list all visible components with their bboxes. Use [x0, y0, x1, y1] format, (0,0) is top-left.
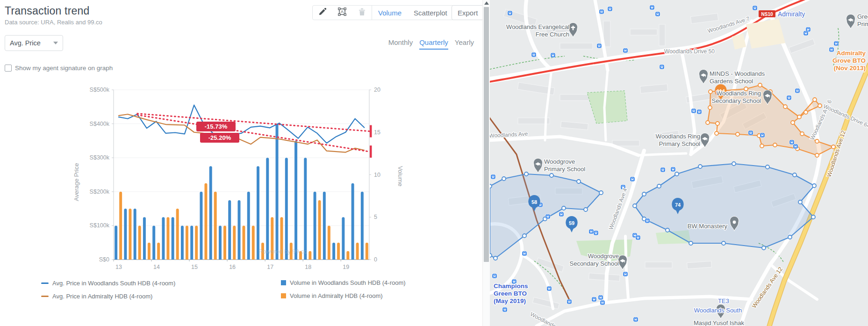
bus-stop-icon[interactable] [522, 251, 527, 256]
polygon-vertex-handle[interactable] [797, 115, 801, 119]
bus-stop-icon[interactable] [599, 9, 604, 14]
tab-yearly[interactable]: Yearly [455, 38, 474, 50]
tab-monthly[interactable]: Monthly [388, 38, 413, 50]
volume-toggle[interactable]: Volume [372, 9, 408, 17]
bus-stop-icon[interactable] [787, 95, 791, 100]
polygon-vertex-handle[interactable] [708, 106, 712, 109]
bus-stop-icon[interactable] [803, 31, 808, 36]
scrollbar-up-arrow-icon[interactable] [484, 1, 489, 5]
polygon-vertex-handle[interactable] [666, 228, 669, 232]
bus-stop-icon[interactable] [748, 130, 753, 135]
bus-stop-icon[interactable] [592, 297, 596, 302]
tab-quarterly[interactable]: Quarterly [419, 38, 448, 50]
polygon-vertex-handle[interactable] [732, 162, 736, 166]
bus-stop-icon[interactable] [660, 167, 665, 172]
school-pin[interactable] [534, 158, 543, 173]
bus-stop-icon[interactable] [691, 109, 696, 113]
bus-stop-icon[interactable] [650, 5, 654, 10]
polygon-vertex-handle[interactable] [709, 90, 712, 94]
bus-stop-icon[interactable] [551, 53, 555, 58]
trend-annotation-badge[interactable]: -15.73% [196, 122, 236, 131]
polygon-vertex-handle[interactable] [706, 121, 710, 124]
bus-stop-icon[interactable] [492, 274, 497, 278]
bus-stop-icon[interactable] [660, 65, 664, 69]
polygon-vertex-handle[interactable] [766, 165, 769, 169]
delete-annotation-button[interactable] [352, 6, 372, 20]
bus-stop-icon[interactable] [567, 299, 572, 304]
bus-stop-icon[interactable] [531, 52, 536, 57]
polygon-vertex-handle[interactable] [523, 234, 526, 238]
polygon-vertex-handle[interactable] [760, 144, 764, 148]
estate-woodlands-south-b-polygon[interactable] [633, 162, 816, 250]
polygon-vertex-handle[interactable] [657, 184, 661, 188]
bus-stop-icon[interactable] [834, 41, 839, 46]
polygon-vertex-handle[interactable] [758, 83, 762, 87]
trend-annotation-badge[interactable]: -25.20% [200, 133, 239, 143]
polygon-vertex-handle[interactable] [675, 172, 679, 176]
polygon-vertex-handle[interactable] [689, 241, 693, 245]
bus-stop-icon[interactable] [795, 88, 800, 93]
polygon-vertex-handle[interactable] [813, 98, 817, 101]
listing-cluster-marker-59[interactable]: 59 [566, 216, 578, 232]
export-button[interactable]: Export [452, 5, 484, 20]
polygon-vertex-handle[interactable] [642, 192, 646, 196]
bus-stop-icon[interactable] [547, 286, 552, 291]
bus-stop-icon[interactable] [559, 212, 564, 217]
church-pin[interactable] [569, 22, 578, 37]
polygon-vertex-handle[interactable] [490, 184, 492, 188]
bus-stop-icon[interactable] [829, 47, 834, 52]
polygon-vertex-handle[interactable] [577, 180, 581, 183]
mrt-station-admiralty[interactable]: NS10Admiralty [759, 10, 805, 18]
vertical-scrollbar[interactable] [482, 0, 490, 326]
school-pin[interactable] [699, 69, 708, 84]
bus-stop-icon[interactable] [597, 43, 602, 48]
polygon-vertex-handle[interactable] [798, 200, 802, 204]
polygon-vertex-handle[interactable] [550, 174, 553, 177]
bus-stop-icon[interactable] [608, 7, 612, 11]
bus-stop-icon[interactable] [671, 167, 675, 172]
bus-stop-icon[interactable] [600, 300, 605, 305]
polygon-vertex-handle[interactable] [812, 184, 816, 188]
polygon-vertex-handle[interactable] [818, 104, 822, 108]
draw-annotation-button[interactable] [313, 6, 332, 20]
bus-stop-icon[interactable] [545, 214, 550, 219]
polygon-vertex-handle[interactable] [804, 110, 808, 114]
bus-stop-icon[interactable] [793, 144, 798, 149]
polygon-vertex-handle[interactable] [502, 177, 506, 181]
metric-dropdown[interactable]: Avg. Price [5, 35, 63, 51]
polygon-vertex-handle[interactable] [800, 132, 804, 136]
polygon-vertex-handle[interactable] [524, 172, 528, 176]
transaction-chart[interactable]: S$0S$100kS$200kS$300kS$400kS$500k0510152… [0, 70, 482, 276]
polygon-vertex-handle[interactable] [773, 143, 777, 147]
polygon-vertex-handle[interactable] [722, 241, 725, 245]
bus-stop-icon[interactable] [760, 133, 765, 138]
scatterplot-toggle[interactable]: Scatterplot [408, 9, 453, 17]
bus-stop-icon[interactable] [623, 48, 628, 53]
bus-stop-icon[interactable] [645, 218, 650, 223]
bus-stop-icon[interactable] [508, 11, 512, 15]
bus-stop-icon[interactable] [598, 295, 603, 300]
bus-stop-icon[interactable] [594, 231, 598, 235]
bus-stop-icon[interactable] [589, 229, 594, 234]
polygon-vertex-handle[interactable] [716, 122, 719, 125]
scrollbar-thumb[interactable] [484, 7, 489, 262]
polygon-vertex-handle[interactable] [791, 121, 795, 124]
polygon-vertex-handle[interactable] [494, 256, 497, 260]
polygon-vertex-handle[interactable] [811, 215, 815, 219]
polygon-vertex-handle[interactable] [715, 131, 718, 135]
school-pin[interactable] [618, 255, 627, 270]
school-pin[interactable] [701, 133, 710, 148]
polygon-vertex-handle[interactable] [633, 204, 637, 208]
bus-stop-icon[interactable] [502, 307, 507, 312]
bus-stop-icon[interactable] [491, 174, 495, 179]
polygon-vertex-handle[interactable] [562, 206, 566, 210]
polygon-vertex-handle[interactable] [584, 208, 588, 211]
bus-stop-icon[interactable] [655, 12, 660, 16]
polygon-vertex-handle[interactable] [599, 191, 603, 195]
polygon-vertex-handle[interactable] [815, 139, 819, 143]
bus-stop-icon[interactable] [630, 177, 635, 181]
bus-stop-icon[interactable] [789, 140, 794, 145]
school-pin[interactable] [846, 14, 855, 29]
polygon-vertex-handle[interactable] [762, 246, 766, 250]
bus-stop-icon[interactable] [636, 235, 640, 240]
